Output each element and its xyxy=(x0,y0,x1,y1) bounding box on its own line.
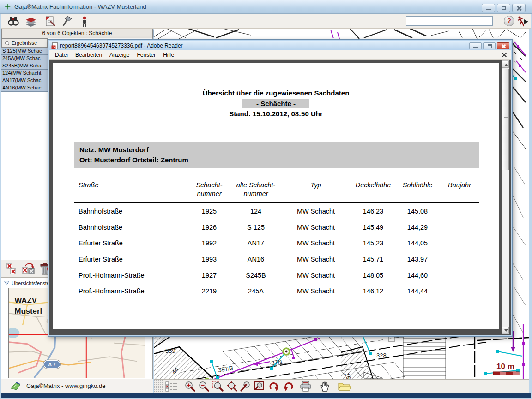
pdf-minimize-button[interactable] xyxy=(469,42,482,49)
open-folder-icon[interactable] xyxy=(338,381,351,392)
pdf-close-button[interactable] xyxy=(497,42,509,49)
minimize-icon xyxy=(486,9,491,10)
zoom-out-icon[interactable] xyxy=(198,381,210,392)
pdf-page: Übersicht über die zugewiesenen Sachdate… xyxy=(53,63,499,329)
pdf-restore-button[interactable] xyxy=(483,42,496,49)
collapse-triangle-icon xyxy=(4,281,9,286)
scroll-up-icon[interactable] xyxy=(502,61,509,68)
close-button[interactable] xyxy=(512,4,526,12)
table-row: Bahnhofstraße1925 124MW Schacht 146,2314… xyxy=(74,203,479,220)
motorway-badge: A 7 xyxy=(43,360,61,369)
menu-anzeige[interactable]: Anzeige xyxy=(106,52,133,58)
overview-label-2: Musterl xyxy=(14,307,42,316)
tools-hammer-icon[interactable] xyxy=(61,15,74,27)
main-titlebar: Gaja®Matrix Fachinformation - WAZV Muste… xyxy=(0,0,532,14)
scale-label: 10 m xyxy=(496,362,514,371)
doc-date: Stand: 15.10.2012, 08:50 Uhr xyxy=(53,110,499,118)
maximize-icon xyxy=(502,6,506,10)
parcel-label-359: 359 xyxy=(165,347,175,354)
document-close-icon[interactable] xyxy=(502,52,507,58)
tab-ergebnisse[interactable]: Ergebnisse xyxy=(1,38,48,48)
doc-table: Straße Schacht-nummer alte Schacht-numme… xyxy=(74,174,479,299)
menu-fenster[interactable]: Fenster xyxy=(133,52,159,58)
svg-text:A 7: A 7 xyxy=(48,362,56,367)
table-row: Erfurter Straße1993 AN16MW Schacht 145,7… xyxy=(74,251,479,268)
map-scale: 10 m xyxy=(493,362,519,375)
zoom-full-extent-icon[interactable] xyxy=(254,381,266,392)
pdf-menubar: Datei Bearbeiten Anzeige Fenster Hilfe xyxy=(49,50,511,60)
gingko-logo-icon xyxy=(10,381,22,391)
main-toolbar: ? xyxy=(1,14,531,29)
layers-icon[interactable] xyxy=(24,15,37,27)
pdf-window: report8896454639745273336.pdf - Adobe Re… xyxy=(48,39,513,337)
print-icon[interactable] xyxy=(300,381,312,392)
results-count-header[interactable]: 6 von 6 Objekten : Schächte xyxy=(1,29,153,38)
table-row: Prof.-Hofmann-Straße2219 245AMW Schacht … xyxy=(74,283,479,299)
zoom-in-icon[interactable] xyxy=(184,381,196,392)
pdf-content-area: Übersicht über die zugewiesenen Sachdate… xyxy=(49,60,511,335)
app-logo-icon xyxy=(4,3,11,10)
legend-layers-icon[interactable] xyxy=(165,381,179,392)
parcel-label-328: 328 xyxy=(376,352,387,359)
zoom-window-icon[interactable] xyxy=(212,381,224,392)
help-button[interactable]: ? xyxy=(504,16,514,26)
minimize-button[interactable] xyxy=(482,4,495,12)
table-row: Erfurter Straße1992 AN17MW Schacht 145,2… xyxy=(74,235,479,251)
doc-ort: Ort: Musterdorf Ortsteil: Zentrum xyxy=(79,155,479,165)
exit-runner-icon[interactable] xyxy=(515,15,530,27)
invert-selection-icon[interactable] xyxy=(21,262,36,275)
results-radio-icon xyxy=(5,41,9,45)
zoom-pan-icon[interactable] xyxy=(226,381,238,392)
menu-hilfe[interactable]: Hilfe xyxy=(159,52,178,58)
info-person-icon[interactable] xyxy=(78,15,91,27)
search-binoculars-icon[interactable] xyxy=(7,15,20,27)
doc-title: Übersicht über die zugewiesenen Sachdate… xyxy=(53,89,499,97)
doc-network-band: Netz: MW Musterdorf Ort: Musterdorf Orts… xyxy=(74,142,479,168)
doc-subtitle: - Schächte - xyxy=(242,99,309,108)
redo-icon[interactable] xyxy=(282,381,294,392)
undo-icon[interactable] xyxy=(268,381,280,392)
window-bottom-frame xyxy=(1,393,531,398)
pan-hand-icon[interactable] xyxy=(319,381,331,392)
status-text: Gaja®Matrix - www.gingko.de xyxy=(26,382,105,389)
maximize-button[interactable] xyxy=(497,4,510,12)
table-row: Bahnhofstraße1926 S 125MW Schacht 145,49… xyxy=(74,220,479,236)
map-toolbar xyxy=(154,379,529,393)
status-bar: Gaja®Matrix - www.gingko.de xyxy=(1,379,153,393)
window-title: Gaja®Matrix Fachinformation - WAZV Muste… xyxy=(14,3,146,10)
deselect-icon[interactable] xyxy=(5,262,19,275)
pdf-scrollbar[interactable] xyxy=(502,60,509,334)
overview-label-1: WAZV xyxy=(14,296,37,305)
doc-netz: Netz: MW Musterdorf xyxy=(79,145,479,155)
menu-datei[interactable]: Datei xyxy=(51,52,72,58)
scroll-thumb[interactable] xyxy=(502,69,509,170)
report-clipboard-icon[interactable] xyxy=(44,15,57,27)
pdf-titlebar: report8896454639745273336.pdf - Adobe Re… xyxy=(49,41,511,50)
zoom-selection-icon[interactable] xyxy=(240,381,252,392)
pdf-file-icon xyxy=(51,42,58,49)
pdf-window-title: report8896454639745273336.pdf - Adobe Re… xyxy=(60,42,183,49)
table-row: Prof.-Hofmann-Straße1927 S245BMW Schacht… xyxy=(74,267,479,283)
scroll-down-icon[interactable] xyxy=(502,327,509,333)
search-input[interactable] xyxy=(406,16,493,26)
table-header-row: Straße Schacht-nummer alte Schacht-numme… xyxy=(74,174,479,203)
toolbar-grip[interactable] xyxy=(154,380,163,393)
menu-bearbeiten[interactable]: Bearbeiten xyxy=(72,52,106,58)
